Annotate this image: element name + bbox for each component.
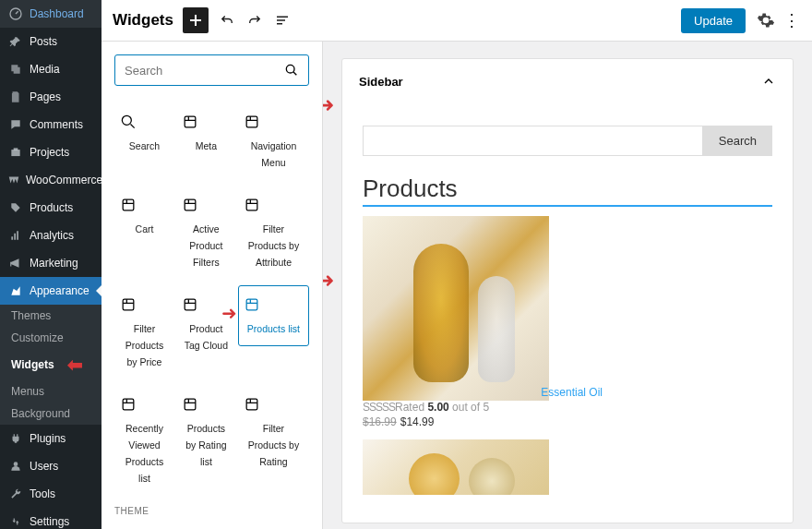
menu-item-dashboard[interactable]: Dashboard bbox=[0, 0, 102, 28]
analytics-icon bbox=[7, 227, 24, 244]
dashboard-icon bbox=[7, 6, 24, 22]
widget-icon bbox=[181, 113, 232, 131]
update-button[interactable]: Update bbox=[681, 8, 746, 33]
widget-icon bbox=[119, 395, 170, 414]
menu-item-analytics[interactable]: Analytics bbox=[0, 222, 102, 249]
menu-item-tools[interactable]: Tools bbox=[0, 480, 102, 508]
panel-body: Search Products Essential Oil SSSSSRated… bbox=[359, 98, 776, 495]
menu-item-woocommerce[interactable]: WooCommerce bbox=[0, 166, 102, 194]
svg-rect-15 bbox=[246, 299, 257, 310]
widget-icon bbox=[119, 113, 170, 131]
product-image[interactable] bbox=[363, 439, 549, 495]
block-search-box[interactable] bbox=[114, 54, 309, 86]
widget-tile-filter-products-by-price[interactable]: Filter Products by Price bbox=[114, 285, 174, 379]
widget-tile-search[interactable]: Search bbox=[114, 102, 174, 180]
widget-icon bbox=[119, 196, 170, 214]
redo-button[interactable] bbox=[242, 7, 268, 33]
submenu-appearance: ThemesCustomizeWidgets⬅MenusBackground bbox=[0, 305, 102, 425]
appearance-icon bbox=[7, 283, 24, 299]
undo-icon bbox=[219, 12, 235, 29]
block-picker: SearchMetaNavigation MenuCartActive Prod… bbox=[102, 42, 323, 529]
woo-icon bbox=[7, 172, 20, 188]
menu-item-settings[interactable]: Settings bbox=[0, 508, 102, 529]
submenu-item-themes[interactable]: Themes bbox=[0, 305, 102, 327]
widget-icon bbox=[243, 295, 304, 314]
submenu-item-menus[interactable]: Menus bbox=[0, 380, 102, 403]
svg-rect-18 bbox=[246, 399, 257, 410]
submenu-item-widgets[interactable]: Widgets⬅ bbox=[0, 349, 102, 380]
menu-item-pages[interactable]: Pages bbox=[0, 83, 102, 111]
chevron-up-icon bbox=[761, 74, 776, 89]
pin-icon bbox=[7, 33, 24, 50]
section-label: THEME bbox=[114, 506, 309, 516]
sidebar-panel: Sidebar Search Products Essential Oil bbox=[341, 58, 794, 523]
svg-rect-10 bbox=[123, 199, 134, 210]
widget-tile-navigation-menu[interactable]: Navigation Menu bbox=[238, 102, 309, 180]
svg-point-3 bbox=[14, 462, 18, 466]
panel-header[interactable]: Sidebar bbox=[359, 72, 776, 98]
menu-item-appearance[interactable]: Appearance bbox=[0, 277, 102, 305]
arrow-annotation-icon: ⬅ bbox=[67, 354, 83, 376]
search-widget-input[interactable] bbox=[363, 126, 703, 156]
menu-item-users[interactable]: Users bbox=[0, 452, 102, 480]
widget-tile-products-list[interactable]: Products list bbox=[238, 285, 309, 346]
submenu-item-customize[interactable]: Customize bbox=[0, 327, 102, 349]
svg-rect-1 bbox=[11, 150, 19, 156]
page-icon bbox=[7, 89, 24, 105]
svg-rect-13 bbox=[123, 299, 134, 310]
widget-grid: SearchMetaNavigation MenuCartActive Prod… bbox=[114, 102, 309, 495]
heading-separator bbox=[363, 205, 772, 207]
list-icon bbox=[274, 12, 291, 29]
widget-tile-meta[interactable]: Meta bbox=[176, 102, 236, 180]
widget-tile-active-product-filters[interactable]: Active Product Filters bbox=[176, 186, 236, 280]
widget-icon bbox=[243, 395, 304, 414]
menu-item-comments[interactable]: Comments bbox=[0, 111, 102, 138]
plugin-icon bbox=[7, 430, 24, 447]
submenu-item-background[interactable]: Background bbox=[0, 403, 102, 425]
arrow-annotation-icon: ➜ bbox=[323, 269, 334, 293]
comment-icon bbox=[7, 116, 24, 133]
search-widget: Search bbox=[363, 126, 772, 156]
more-options-button[interactable]: ⋮ bbox=[782, 7, 801, 33]
svg-rect-12 bbox=[246, 199, 257, 210]
widget-tile-product-tag-cloud[interactable]: Product Tag Cloud bbox=[176, 285, 236, 379]
widget-tile-cart[interactable]: Cart bbox=[114, 186, 174, 280]
svg-rect-14 bbox=[185, 299, 196, 310]
product-rating: SSSSSRated 5.00 out of 5 bbox=[363, 401, 772, 414]
media-icon bbox=[7, 61, 24, 78]
svg-rect-17 bbox=[185, 399, 196, 410]
svg-rect-8 bbox=[185, 116, 196, 127]
product-icon bbox=[7, 199, 24, 216]
editor-topbar: Widgets Update ⋮ bbox=[102, 0, 812, 42]
add-block-button[interactable] bbox=[183, 7, 209, 33]
menu-item-products[interactable]: Products bbox=[0, 194, 102, 222]
product-link[interactable]: Essential Oil bbox=[363, 386, 603, 399]
widget-icon bbox=[243, 196, 304, 214]
preview-area: ➜ ➜ Sidebar Search Products bbox=[323, 42, 812, 529]
product-image[interactable] bbox=[363, 216, 549, 401]
widget-tile-filter-products-by-rating[interactable]: Filter Products by Rating bbox=[238, 385, 309, 495]
widget-tile-filter-products-by-attribute[interactable]: Filter Products by Attribute bbox=[238, 186, 309, 280]
widget-tile-products-by-rating-list[interactable]: Products by Rating list bbox=[176, 385, 236, 495]
tool-icon bbox=[7, 486, 24, 502]
menu-item-media[interactable]: Media bbox=[0, 55, 102, 83]
block-search-input[interactable] bbox=[125, 64, 284, 78]
rating-stars: SSSSS bbox=[363, 401, 395, 414]
menu-item-projects[interactable]: Projects bbox=[0, 138, 102, 166]
product-price: $16.99$14.99 bbox=[363, 415, 772, 428]
undo-button[interactable] bbox=[214, 7, 240, 33]
settings-button[interactable] bbox=[753, 7, 779, 33]
search-widget-button[interactable]: Search bbox=[703, 126, 772, 156]
user-icon bbox=[7, 458, 24, 475]
svg-point-6 bbox=[286, 65, 294, 73]
widget-tile-recently-viewed-products-list[interactable]: Recently Viewed Products list bbox=[114, 385, 174, 495]
list-view-button[interactable] bbox=[269, 7, 295, 33]
editor-body: SearchMetaNavigation MenuCartActive Prod… bbox=[102, 42, 812, 529]
menu-item-marketing[interactable]: Marketing bbox=[0, 249, 102, 277]
svg-rect-9 bbox=[246, 116, 257, 127]
new-price: $14.99 bbox=[400, 415, 435, 428]
menu-item-posts[interactable]: Posts bbox=[0, 28, 102, 55]
portfolio-icon bbox=[7, 144, 24, 161]
svg-rect-16 bbox=[123, 399, 134, 410]
menu-item-plugins[interactable]: Plugins bbox=[0, 425, 102, 452]
